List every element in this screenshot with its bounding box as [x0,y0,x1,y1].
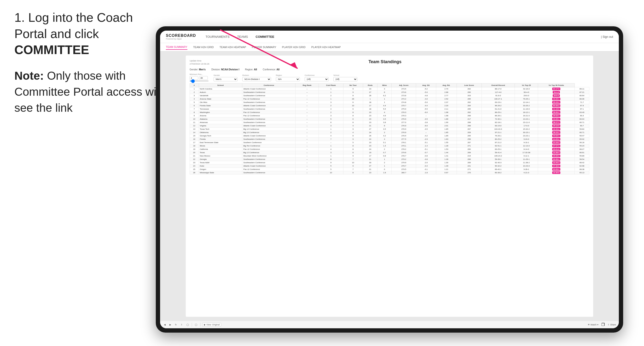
col-conference: Conference [242,84,296,87]
tablet-screen: SCOREBOARD Powered by clippd TOURNAMENTS… [160,31,619,328]
view-original-icon: ▶ [204,324,206,326]
table-row[interactable]: 15Georgia TechAtlantic Coast Conference–… [190,134,589,138]
watch-button[interactable]: 👁 Watch ▾ [588,324,598,326]
school-select[interactable]: (All) [334,77,357,81]
main-content: Update time: 27/03/2024 16:56:26 Team St… [160,52,619,321]
gender-control: Gender Men's [214,74,238,81]
table-row[interactable]: 8WashingtonPac-12 Conference–28234276.3-… [190,111,589,114]
table-row[interactable]: 17East Tennessee StateSouthern Conferenc… [190,141,589,144]
main-nav: TOURNAMENTS TEAMS COMMITTEE [206,34,601,39]
bottom-toolbar: ◀ ▶ ↻ ⇧ ◯ ◯ ▶ View: Original 👁 Watch ▾ ❐… [160,321,619,328]
share-icon: ⇧ [608,324,610,326]
logo-title: SCOREBOARD [166,33,196,38]
standings-table-container[interactable]: # School Conference Reg Rank Conf Rank N… [190,83,589,174]
conference-control: Conference (All) [304,74,328,81]
sign-out-button[interactable]: | Sign out [601,35,613,38]
toolbar-expand[interactable]: ❐ [601,322,605,327]
gender-select[interactable]: Men's [214,77,238,81]
table-row[interactable]: 22GeorgiaSoutheastern Conference–8721127… [190,158,589,161]
note-text: Note: Only those with Committee Portal a… [14,68,163,116]
toolbar-refresh[interactable]: ↻ [174,323,178,326]
col-adj-score: Adj. Score [392,84,416,87]
table-row[interactable]: 10AlabamaSoutheastern Conference–56233.5… [190,118,589,121]
table-row[interactable]: 20TexasBig 12 Conference–38190.7279.6-0.… [190,151,589,154]
logo-subtitle: Powered by clippd [166,38,196,40]
table-row[interactable]: 18IllinoisBig Ten Conference–18231.4279.… [190,144,589,148]
toolbar-separator-1 [192,323,192,327]
table-row[interactable]: 24DukeAtlantic Coast Conference–59271279… [190,164,589,168]
subnav-team-h2h-grid[interactable]: TEAM H2H GRID [193,45,214,49]
table-row[interactable]: 21New MexicoMountain West Conference–191… [190,154,589,158]
toolbar-bookmark[interactable]: ◯ [186,323,190,326]
panel-title: Team Standings [210,59,560,64]
table-row[interactable]: 7TennesseeSoutheastern Conference–46185.… [190,107,589,111]
subnav-player-h2h-grid[interactable]: PLAYER H2H GRID [282,45,306,49]
table-row[interactable]: 25OregonPac-12 Conference–57210279.5-3.1… [190,168,589,171]
toolbar-clock[interactable]: ◯ [194,323,198,326]
watch-icon: 👁 [588,324,590,326]
table-row[interactable]: 9ArizonaPac-12 Conference–38234.6276.3–1… [190,114,589,118]
col-overall-record: Overall Record [482,84,514,87]
division-select[interactable]: NCAA Division I [242,77,271,81]
min-rounds-slider[interactable] [190,81,209,81]
toolbar-share-small[interactable]: ⇧ [180,323,184,326]
region-control: Region N/A [276,74,300,81]
subnav-team-h2h-heatmap[interactable]: TEAM H2H HEATMAP [220,45,246,49]
region-filter-label: Region: All [245,68,257,71]
standings-table: # School Conference Reg Rank Conf Rank N… [190,83,589,174]
col-wins: Wins [378,84,392,87]
sub-navigation: TEAM SUMMARY TEAM H2H GRID TEAM H2H HEAT… [160,43,619,52]
table-row[interactable]: 2AuburnSoutheastern Conference–19276273.… [190,91,589,94]
nav-tournaments[interactable]: TOURNAMENTS [206,34,230,39]
conference-filter-label: Conference: All [263,68,280,71]
table-row[interactable]: 5Ole MissSoutheastern Conference–3618127… [190,101,589,104]
subnav-player-h2h-heatmap[interactable]: PLAYER H2H HEATMAP [311,45,341,49]
content-panel: Update time: 27/03/2024 16:56:26 Team St… [186,55,593,317]
nav-committee[interactable]: COMMITTEE [256,34,274,39]
table-row[interactable]: 11ArkansasSoutheastern Conference–68233.… [190,121,589,124]
update-time-label: Update time: [190,59,210,62]
table-header-row: # School Conference Reg Rank Conf Rank N… [190,84,589,87]
division-control: Division NCAA Division I [242,74,271,81]
col-rnds: Rnds [363,84,378,87]
logo-area: SCOREBOARD Powered by clippd [166,33,196,40]
table-row[interactable]: 14OklahomaBig 12 Conference–24242276.9–1… [190,131,589,134]
share-button[interactable]: ⇧ Share [608,324,616,326]
table-row[interactable]: 13Texas TechBig 12 Conference–19273.5276… [190,128,589,131]
subnav-team-summary[interactable]: TEAM SUMMARY [166,44,188,50]
app-header: SCOREBOARD Powered by clippd TOURNAMENTS… [160,31,619,43]
view-original-button[interactable]: ▶ View: Original [202,323,221,327]
toolbar-back[interactable]: ◀ [163,323,166,326]
col-conf-rank: Conf Rank [318,84,343,87]
view-original-label: View: Original [206,324,220,326]
col-rank: # [190,84,199,87]
conference-select[interactable]: (All) [304,77,328,81]
table-row[interactable]: 3VanderbiltSoutheastern Conference–28286… [190,94,589,97]
table-row[interactable]: 6Florida StateAtlantic Coast Conference–… [190,104,589,107]
school-control: School (All) [334,74,357,81]
table-row[interactable]: 12VirginiaAtlantic Coast Conference–3421… [190,124,589,128]
table-row[interactable]: 26Mississippi StateSoutheastern Conferen… [190,171,589,174]
col-school: School [199,84,242,87]
table-row[interactable]: 1North CarolinaAtlantic Coast Conference… [190,87,589,91]
toolbar-forward[interactable]: ▶ [168,323,172,326]
table-row[interactable]: 16FloridaSoutheastern Conference–7924427… [190,138,589,141]
table-row[interactable]: 19CaliforniaPac-12 Conference–48242278.2… [190,148,589,151]
col-low-score: Low Score [457,84,482,87]
gender-filter-label: Gender: Men's [190,68,206,71]
col-no-tour: No Tour [343,84,363,87]
min-rounds-control: Minimum Rou... [190,73,209,81]
table-row[interactable]: 23Texas A&MSoutheastern Conference–91030… [190,161,589,164]
subnav-player-summary[interactable]: PLAYER SUMMARY [252,45,276,49]
controls-row: Minimum Rou... Gender Men's [190,73,589,81]
col-reg-rank: Reg Rank [296,84,318,87]
watch-dropdown-icon: ▾ [597,324,598,326]
nav-teams[interactable]: TEAMS [237,34,248,39]
panel-header: Update time: 27/03/2024 16:56:26 Team St… [190,59,589,65]
instruction-area: 1. Log into the Coach Portal and click C… [14,9,163,116]
region-select[interactable]: N/A [276,77,300,81]
table-row[interactable]: 4Arizona StatePac-12 Conference–12611274… [190,97,589,101]
col-vs-top-25: Vs Top 25 [515,84,538,87]
step-text: 1. Log into the Coach Portal and click C… [14,9,163,58]
tablet-device: SCOREBOARD Powered by clippd TOURNAMENTS… [156,26,623,333]
